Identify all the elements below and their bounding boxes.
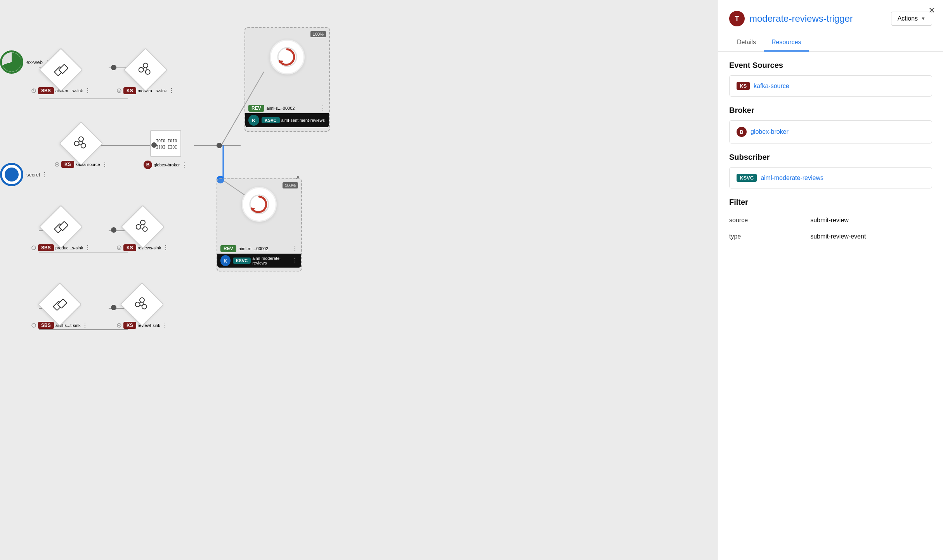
filter-section: Filter source submit-review type submit-…	[729, 198, 932, 245]
globex-broker-menu[interactable]: ⋮	[181, 161, 187, 169]
top-sink-node: SBS aiml-m...s-sink ⋮	[31, 54, 91, 94]
tab-details[interactable]: Details	[729, 34, 764, 52]
actions-button[interactable]: Actions ▼	[891, 12, 932, 26]
filter-value-type: submit-review-event	[810, 228, 932, 245]
panel-title: moderate-reviews-trigger	[749, 13, 853, 24]
svg-rect-49	[57, 299, 67, 308]
svg-point-40	[32, 246, 36, 250]
filter-table: source submit-review type submit-review-…	[729, 212, 932, 245]
tab-resources[interactable]: Resources	[764, 34, 809, 52]
svg-point-20	[142, 62, 149, 69]
broker-section: Broker B globex-broker	[729, 106, 932, 143]
secret-node: secret ⋮	[0, 163, 48, 186]
canvas-area: ex-web ⋮ secret ⋮	[0, 0, 718, 560]
svg-point-53	[141, 303, 148, 310]
svg-point-29	[80, 142, 87, 149]
secret-menu[interactable]: ⋮	[42, 171, 48, 178]
top-refresh-icon	[270, 40, 305, 74]
filter-key-source: source	[729, 212, 810, 228]
panel-body: Event Sources KS kafka-source Broker B g…	[718, 52, 943, 560]
side-panel: ✕ T moderate-reviews-trigger Actions ▼ D…	[718, 0, 943, 560]
subscriber-section: Subscriber KSVC aiml-moderate-reviews	[729, 153, 932, 188]
svg-point-43	[142, 226, 148, 232]
kafka-source-card: KS kafka-source	[729, 75, 932, 97]
moderate-sink-node: KS modera...s-sink ⋮	[116, 54, 175, 94]
svg-point-51	[135, 301, 141, 308]
svg-point-41	[135, 224, 142, 230]
review-t-sink-menu[interactable]: ⋮	[162, 321, 168, 329]
svg-point-42	[139, 219, 146, 226]
svg-point-28	[78, 136, 84, 142]
event-sources-title: Event Sources	[729, 61, 932, 70]
svg-point-19	[138, 67, 144, 73]
svg-point-52	[139, 297, 146, 303]
center-dot	[217, 143, 222, 148]
aiml-sink-menu[interactable]: ⋮	[82, 321, 88, 329]
top-sink-menu[interactable]: ⋮	[85, 87, 91, 94]
event-sources-section: Event Sources KS kafka-source	[729, 61, 932, 97]
title-icon: T	[729, 11, 745, 26]
globex-broker-card: B globex-broker	[729, 120, 932, 143]
title-row: T moderate-reviews-trigger Actions ▼	[729, 11, 932, 26]
subscriber-title: Subscriber	[729, 153, 932, 162]
filter-row-source: source submit-review	[729, 212, 932, 228]
svg-point-34	[56, 164, 58, 165]
bottom-group-rev-menu[interactable]: ⋮	[292, 245, 298, 252]
b-badge: B	[737, 127, 747, 137]
product-sink-menu[interactable]: ⋮	[85, 244, 91, 251]
chevron-down-icon: ▼	[921, 16, 926, 21]
panel-header: T moderate-reviews-trigger Actions ▼ Det…	[718, 0, 943, 52]
filter-value-source: submit-review	[810, 212, 932, 228]
globex-broker-link[interactable]: globex-broker	[751, 128, 789, 135]
ksvc-badge: KSVC	[737, 174, 757, 182]
svg-text:IIOI IIOI: IIOI IIOI	[156, 145, 177, 149]
product-sink-node: SBS produc...s-sink ⋮	[31, 211, 91, 251]
broker-title: Broker	[729, 106, 932, 115]
kafka-source-node: KS kafka-source ⋮	[54, 128, 108, 168]
kafka-source-menu[interactable]: ⋮	[102, 161, 108, 168]
aiml-sink-node: SBS aiml-s...t-sink ⋮	[31, 289, 88, 329]
svg-point-50	[32, 323, 36, 327]
aiml-moderate-card: KSVC aiml-moderate-reviews	[729, 167, 932, 188]
tabs-row: Details Resources	[729, 34, 932, 51]
moderate-sink-menu[interactable]: ⋮	[168, 87, 175, 94]
top-group-rev-menu[interactable]: ⋮	[320, 104, 326, 112]
svg-point-57	[117, 323, 121, 327]
svg-rect-16	[59, 64, 68, 74]
filter-title: Filter	[729, 198, 932, 207]
svg-point-47	[117, 246, 121, 250]
review-t-sink-node: KS reviewt-sink ⋮	[116, 289, 168, 329]
close-button[interactable]: ✕	[928, 6, 935, 15]
filter-row-type: type submit-review-event	[729, 228, 932, 245]
svg-rect-39	[59, 221, 68, 231]
canvas-connections	[0, 0, 718, 560]
globex-broker-node: IOIO IOIO IIOI IIOI B globex-broker ⋮	[144, 128, 187, 169]
aiml-moderate-link[interactable]: aiml-moderate-reviews	[761, 175, 823, 181]
svg-text:IOIO IOIO: IOIO IOIO	[156, 139, 177, 143]
reviews-sink-menu[interactable]: ⋮	[163, 244, 169, 251]
kafka-source-link[interactable]: kafka-source	[754, 83, 789, 90]
reviews-sink-node: KS reviews-sink ⋮	[116, 211, 169, 251]
bottom-refresh-icon	[242, 187, 277, 222]
svg-point-25	[117, 89, 121, 93]
bottom-group-ksvc-menu[interactable]: ⋮	[292, 257, 298, 264]
filter-key-type: type	[729, 228, 810, 245]
svg-point-27	[73, 140, 80, 147]
svg-point-21	[144, 69, 151, 75]
top-group-box: 100% REV aiml-s...-00002 ⋮ K KSVC aiml-s…	[244, 27, 330, 132]
ks-badge: KS	[737, 82, 750, 90]
bottom-group-box: 100% REV aiml-m...-00002 ⋮ K KSVC aiml-m…	[217, 178, 302, 271]
